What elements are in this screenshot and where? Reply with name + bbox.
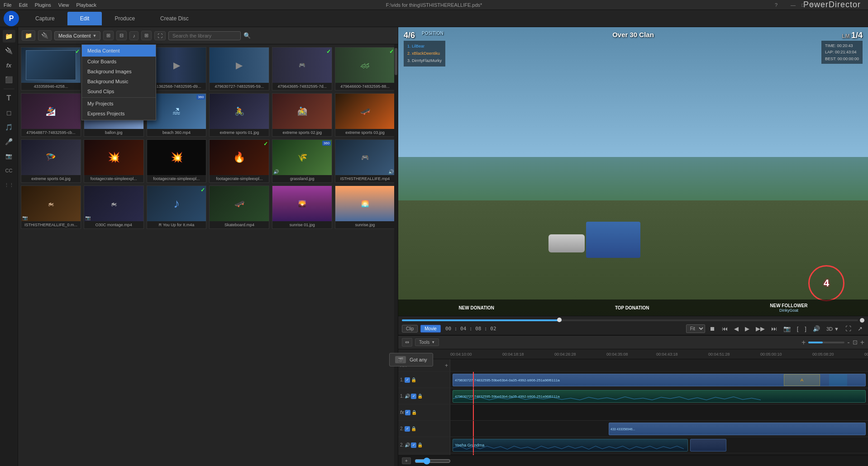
list-item[interactable]: 🔥 ✓ footagecrate-simpleexpl... [209, 139, 269, 183]
audio-clip-1[interactable]: 479630727-74832595-59be63b4-0a35-4992-b9… [453, 390, 866, 403]
add-folder-button[interactable]: 📁 [22, 30, 35, 41]
view-thumb-button[interactable]: ⊟ [116, 31, 127, 40]
list-item[interactable]: 💥 footagecrate-simpleexpl... [84, 139, 144, 183]
tab-produce[interactable]: Produce [102, 12, 148, 25]
track-fx-checkbox[interactable]: ✓ [405, 410, 410, 415]
add-track-button[interactable]: + [860, 338, 864, 347]
add-track-icon[interactable]: + [445, 362, 448, 369]
view-music-button[interactable]: ♪ [129, 31, 138, 40]
mark-out-button[interactable]: ] [803, 324, 808, 333]
track-1-audio-lock-icon[interactable]: 🔒 [417, 394, 423, 399]
dropdown-item-express-projects[interactable]: Express Projects [82, 109, 156, 120]
zoom-in-button[interactable]: + [801, 338, 806, 347]
list-item[interactable]: 🚵 extreme sports 02.jpg [272, 93, 332, 137]
maximize-icon[interactable]: □ [801, 2, 805, 8]
audio-clip-yeeha[interactable]: Yeeha Grandma [453, 439, 688, 452]
dropdown-item-my-projects[interactable]: My Projects [82, 99, 156, 109]
prev-frame-button[interactable]: ⏮ [720, 324, 730, 333]
sidebar-icon-subtitle[interactable]: CC [3, 164, 15, 177]
tab-capture[interactable]: Capture [23, 12, 67, 25]
fullscreen-button[interactable]: ⛶ [844, 324, 853, 333]
list-item[interactable]: 🏍 📷 ISTHISTHEREALLIFE_0.m... [21, 185, 81, 229]
list-item[interactable]: 🛹 extreme sports 03.jpg [335, 93, 395, 137]
track-1-checkbox[interactable]: ✓ [405, 377, 410, 383]
timeline-mode-button[interactable]: ⇔ [402, 338, 412, 347]
sidebar-icon-chapters[interactable]: ⋮⋮ [3, 179, 15, 191]
track-1-lock-icon[interactable]: 🔒 [411, 377, 416, 382]
dropdown-item-color-boards[interactable]: Color Boards [82, 57, 156, 67]
list-item[interactable]: 🚴 extreme sports 01.jpg [209, 93, 269, 137]
sidebar-icon-pip[interactable]: ⬛ [3, 73, 15, 86]
zoom-out-button[interactable]: - [847, 338, 849, 347]
fit-select[interactable]: Fit [686, 324, 705, 333]
search-input[interactable] [168, 31, 241, 40]
sidebar-icon-import[interactable]: 📁 [3, 30, 15, 43]
next-frame-button[interactable]: ⏭ [769, 324, 779, 333]
sidebar-icon-effects[interactable]: 🔌 [3, 44, 15, 57]
menu-plugins[interactable]: Plugins [35, 2, 51, 8]
view-expand-button[interactable]: ⛶ [154, 31, 166, 40]
dropdown-item-sound-clips[interactable]: Sound Clips [82, 86, 156, 96]
3d-button[interactable]: 3D ▼ [825, 325, 841, 333]
list-item[interactable]: 💥 footagecrate-simpleexpl... [147, 139, 207, 183]
timeline-tracks[interactable]: HH + 1. ✓ 🔒 479630727-748325 [398, 359, 868, 455]
list-item[interactable]: 🌾 360 🔊 grassland.jpg [272, 139, 332, 183]
track-2-lock-icon[interactable]: 🔒 [411, 426, 416, 431]
dropdown-item-bg-images[interactable]: Background Images [82, 67, 156, 76]
zoom-slider[interactable] [808, 342, 844, 343]
play-stop-button[interactable]: ⏹ [708, 324, 717, 333]
mark-in-button[interactable]: [ [795, 324, 801, 333]
tab-create-disc[interactable]: Create Disc [148, 12, 201, 25]
list-item[interactable]: 🪂 extreme sports 04.jpg [21, 139, 81, 183]
dropdown-item-bg-music[interactable]: Background Music [82, 76, 156, 86]
list-item[interactable]: 🏎 ✓ 479646600-74832595-88... [335, 47, 395, 90]
media-grid-container[interactable]: ✓ 433358946-4258... 🎮 ✓ litlbear... ▶ 46 [18, 44, 398, 466]
menu-edit[interactable]: Edit [19, 2, 28, 8]
timeline-add-track-button[interactable]: + [402, 457, 411, 464]
step-forward-button[interactable]: ▶▶ [754, 324, 767, 333]
list-item[interactable]: 🌅 sunrise.jpg [335, 185, 395, 229]
dropdown-item-media-content[interactable]: Media Content [82, 45, 156, 57]
video-clip-1[interactable]: 479630727-74832595-59be63b4-0a35-4992-b9… [453, 374, 866, 386]
view-list-button[interactable]: ⊞ [103, 31, 114, 40]
list-item[interactable]: 🎮 ✓ 479643685-74832595-7d... [272, 47, 332, 90]
media-content-dropdown[interactable]: Media Content ▼ [54, 31, 100, 40]
tools-dropdown-button[interactable]: Tools▼ [415, 338, 439, 346]
menu-file[interactable]: File [4, 2, 12, 8]
popout-button[interactable]: ↗ [856, 324, 864, 333]
timeline-zoom-slider[interactable] [415, 457, 451, 465]
track-1-audio-checkbox[interactable]: ✓ [411, 394, 416, 399]
sidebar-icon-snapshot[interactable]: 📷 [3, 150, 15, 162]
track-fx-lock-icon[interactable]: 🔒 [411, 410, 417, 415]
list-item[interactable]: ▶ 479630727-74832595-59... [209, 47, 269, 90]
menu-playback[interactable]: Playback [76, 2, 96, 8]
menu-view[interactable]: View [58, 2, 69, 8]
list-item[interactable]: ♪ ✓ R You Up for It.m4a [147, 185, 207, 229]
search-icon[interactable]: 🔍 [243, 32, 251, 39]
movie-mode-button[interactable]: Movie [420, 325, 441, 333]
sidebar-icon-shape[interactable]: ◻ [3, 106, 15, 119]
minimize-icon[interactable]: — [791, 2, 796, 8]
close-icon[interactable]: ✕ [810, 2, 814, 8]
play-button[interactable]: ▶ [743, 324, 751, 333]
list-item[interactable]: ✓ 433358946-4258... [21, 47, 81, 90]
tab-edit[interactable]: Edit [67, 12, 102, 25]
fit-to-window-button[interactable]: ⊡ [853, 339, 858, 346]
list-item[interactable]: 🛹 Skateboard.mp4 [209, 185, 269, 229]
scrollbar[interactable] [394, 44, 398, 466]
sidebar-icon-text[interactable]: T [3, 92, 15, 105]
list-item[interactable]: 🏂 479648877-74832595-cb... [21, 93, 81, 137]
track-2-audio-lock-icon[interactable]: 🔒 [417, 442, 423, 447]
snapshot-button[interactable]: 📷 [782, 324, 792, 333]
list-item[interactable]: 🏍 📷 O30C montage.mp4 [84, 185, 144, 229]
list-item[interactable]: 🌄 sunrise 01.jpg [272, 185, 332, 229]
clip-mode-button[interactable]: Clip [402, 325, 418, 333]
plugin-button[interactable]: 🔌 [38, 30, 52, 41]
sidebar-icon-mic[interactable]: 🎤 [3, 135, 15, 148]
preview-scrubber[interactable] [402, 319, 858, 321]
view-grid-button[interactable]: ⊞ [141, 31, 152, 40]
track-2-audio-checkbox[interactable]: ✓ [411, 442, 416, 448]
sidebar-icon-fx[interactable]: fx [3, 59, 15, 71]
step-back-button[interactable]: ◀ [732, 324, 740, 333]
help-icon[interactable]: ? [775, 2, 777, 8]
